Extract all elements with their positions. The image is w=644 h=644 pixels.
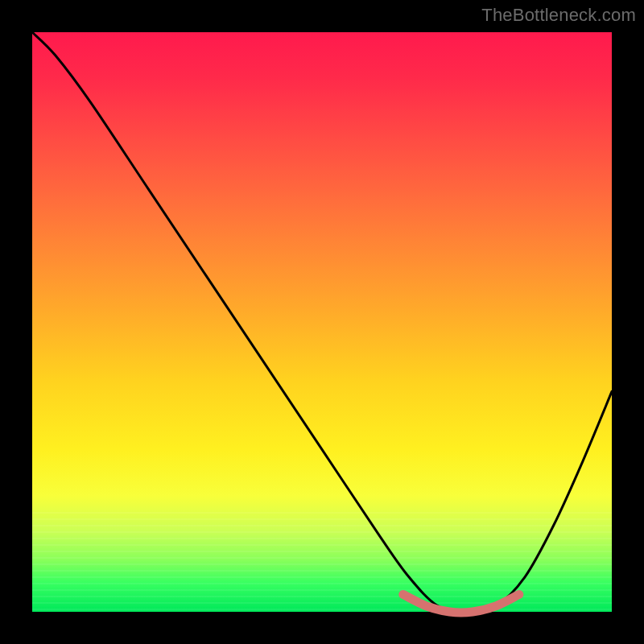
watermark-text: TheBottleneck.com (481, 5, 636, 26)
chart-frame: TheBottleneck.com (0, 0, 644, 644)
optimal-band (403, 594, 519, 613)
chart-svg (32, 32, 612, 612)
plot-area (32, 32, 612, 612)
bottleneck-curve (32, 32, 612, 612)
